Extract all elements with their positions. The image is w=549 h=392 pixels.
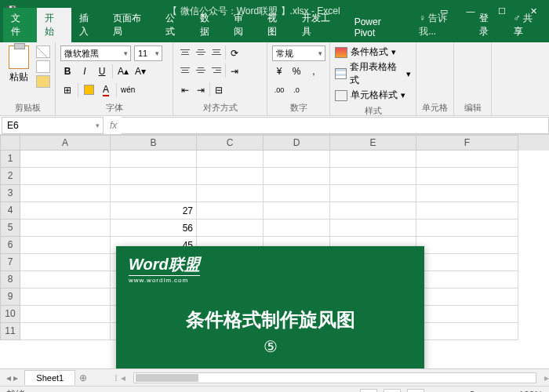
tab-home[interactable]: 开始 (37, 8, 71, 42)
percent-button[interactable]: % (289, 64, 304, 79)
cell[interactable] (264, 202, 330, 220)
cell[interactable] (20, 254, 111, 271)
decrease-indent-button[interactable]: ⇤ (178, 82, 192, 98)
add-sheet-button[interactable]: ⊕ (75, 372, 91, 383)
align-center-button[interactable] (194, 64, 208, 76)
orientation-button[interactable]: ⟳ (227, 45, 242, 61)
formula-input[interactable] (122, 117, 549, 134)
tab-review[interactable]: 审阅 (226, 8, 260, 42)
row-header[interactable]: 9 (0, 289, 20, 306)
phonetic-button[interactable]: wén (120, 82, 136, 98)
cells-group-label[interactable]: 单元格 (422, 100, 448, 114)
cell[interactable]: 56 (111, 220, 197, 237)
column-header[interactable]: D (264, 135, 330, 151)
row-header[interactable]: 7 (0, 254, 20, 271)
increase-indent-button[interactable]: ⇥ (194, 82, 208, 98)
cell[interactable] (20, 323, 111, 340)
column-header[interactable]: B (111, 135, 197, 151)
wrap-text-button[interactable]: ⇥ (227, 64, 242, 79)
increase-decimal-button[interactable]: .00 (272, 82, 286, 98)
row-header[interactable]: 2 (0, 168, 20, 185)
page-layout-view-button[interactable] (384, 389, 401, 393)
cell[interactable] (416, 254, 518, 271)
cell[interactable] (416, 323, 518, 340)
row-header[interactable]: 11 (0, 323, 20, 340)
font-name-combo[interactable]: 微软雅黑 (60, 45, 131, 61)
cell[interactable] (416, 185, 518, 202)
editing-group-label[interactable]: 编辑 (464, 100, 482, 114)
cell[interactable] (197, 168, 264, 185)
align-middle-button[interactable] (194, 45, 208, 58)
border-button[interactable]: ⊞ (60, 82, 75, 98)
currency-button[interactable]: ¥ (272, 64, 286, 79)
tab-pivot[interactable]: Power Pivot (347, 13, 412, 42)
align-bottom-button[interactable] (209, 45, 224, 58)
bold-button[interactable]: B (60, 64, 75, 79)
comma-button[interactable]: , (307, 64, 321, 79)
cell[interactable] (264, 168, 330, 185)
cell[interactable] (330, 168, 416, 185)
cell[interactable] (20, 306, 111, 323)
cell[interactable] (416, 289, 518, 306)
cell-styles-button[interactable]: 单元格样式 ▾ (335, 89, 411, 102)
tab-layout[interactable]: 页面布局 (105, 8, 158, 42)
format-painter-icon[interactable] (36, 75, 50, 88)
cell[interactable] (416, 271, 518, 289)
cell[interactable] (197, 202, 264, 220)
cut-icon[interactable] (36, 45, 50, 58)
column-header[interactable]: C (197, 135, 264, 151)
cell[interactable] (264, 185, 330, 202)
cell[interactable] (111, 151, 197, 168)
cell[interactable] (416, 237, 518, 254)
cell[interactable] (416, 151, 518, 168)
tab-view[interactable]: 视图 (260, 8, 293, 42)
cell[interactable] (111, 185, 197, 202)
column-header[interactable]: A (20, 135, 111, 151)
row-header[interactable]: 3 (0, 185, 20, 202)
align-top-button[interactable] (178, 45, 192, 58)
cell[interactable] (20, 202, 111, 220)
page-break-view-button[interactable] (407, 389, 424, 393)
cell[interactable] (20, 151, 111, 168)
horizontal-scrollbar[interactable] (133, 372, 536, 383)
tab-insert[interactable]: 插入 (71, 8, 105, 42)
copy-icon[interactable] (36, 60, 50, 73)
login-link[interactable]: 登录 (471, 8, 505, 42)
increase-font-button[interactable]: A▴ (116, 64, 130, 79)
table-format-button[interactable]: 套用表格格式 ▾ (335, 60, 411, 87)
macro-icon[interactable]: ▦ (31, 390, 40, 393)
cell[interactable] (416, 306, 518, 323)
cell[interactable] (416, 168, 518, 185)
tab-file[interactable]: 文件 (3, 8, 37, 42)
row-header[interactable]: 1 (0, 151, 20, 168)
tab-dev[interactable]: 开发工具 (294, 8, 347, 42)
cell[interactable] (20, 168, 111, 185)
cell[interactable] (111, 168, 197, 185)
sheet-nav[interactable]: ◂ ▸ (0, 372, 24, 383)
row-header[interactable]: 10 (0, 306, 20, 323)
sheet-tab[interactable]: Sheet1 (24, 370, 75, 385)
zoom-out-button[interactable]: − (431, 390, 436, 393)
row-header[interactable]: 4 (0, 202, 20, 220)
italic-button[interactable]: I (78, 64, 92, 79)
align-right-button[interactable] (209, 64, 224, 76)
cell[interactable] (197, 151, 264, 168)
cell[interactable] (20, 220, 111, 237)
decrease-font-button[interactable]: A▾ (133, 64, 147, 79)
cell[interactable] (416, 202, 518, 220)
decrease-decimal-button[interactable]: .0 (289, 82, 304, 98)
number-format-combo[interactable]: 常规 (272, 45, 325, 61)
row-header[interactable]: 8 (0, 271, 20, 289)
select-all-corner[interactable] (0, 135, 20, 151)
tab-data[interactable]: 数据 (192, 8, 226, 42)
cell[interactable]: 27 (111, 202, 197, 220)
cell[interactable] (264, 220, 330, 237)
cell[interactable] (330, 220, 416, 237)
zoom-level[interactable]: 100% (518, 390, 543, 393)
cell[interactable] (197, 185, 264, 202)
share-button[interactable]: ♂ 共享 (506, 8, 549, 42)
fx-icon[interactable]: fx (105, 120, 122, 131)
font-color-button[interactable]: A (99, 82, 113, 98)
font-size-combo[interactable]: 11 (134, 45, 162, 61)
name-box[interactable]: E6 (2, 117, 104, 134)
